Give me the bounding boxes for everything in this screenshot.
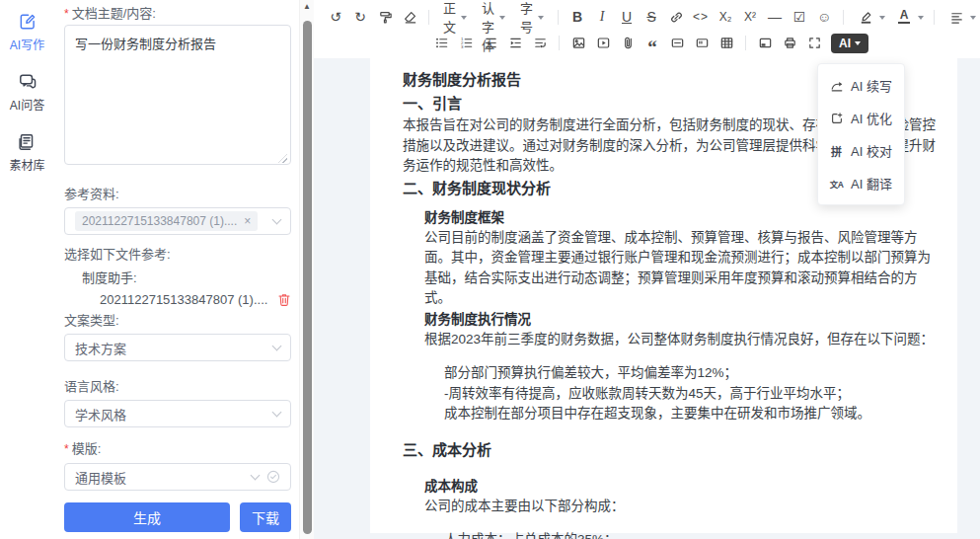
download-button[interactable]: 下载 [240,502,291,532]
menu-item-ai-continue[interactable]: AI 续写 [818,69,904,102]
ai-write-icon [18,12,38,32]
generate-button[interactable]: 生成 [64,502,230,532]
video-icon[interactable] [591,33,615,54]
fullscreen-icon[interactable] [802,33,826,54]
divider-block-icon[interactable] [665,33,689,54]
doc-block: 人力成本：占总成本的35%； [444,530,938,539]
tag-close-icon[interactable]: × [244,214,251,228]
superscript-icon[interactable]: X² [738,6,762,28]
doc-block: -周转效率有待提高，应收账款周转天数为45天，高于行业平均水平； [444,384,938,405]
caret-down-icon [879,16,885,20]
template-value: 通用模板 [75,468,126,487]
outdent-icon[interactable] [479,33,502,54]
format-painter-icon[interactable] [373,6,397,28]
font-color-icon: A [892,6,916,28]
subscript-icon[interactable]: X₂ [714,6,737,28]
editor-area: ↺ ↻ 正文 默认字体 字号 B I U S [314,0,980,539]
template-select[interactable]: 通用模板 [64,463,291,491]
doc-block: 成本控制在部分项目中存在超支现象，主要集中在研发和市场推广领域。 [444,404,938,424]
menu-item-ai-translate[interactable]: 文A AI 翻译 [818,167,904,199]
selected-file-name: 2021122715133847807 (1).... [100,292,267,307]
lang-style-select[interactable]: 学术风格 [64,400,291,427]
nav-item-label: AI写作 [10,36,44,52]
caret-down-icon [970,16,976,20]
redo-icon[interactable]: ↻ [348,6,372,28]
menu-item-label: AI 优化 [851,109,892,127]
ai-qa-icon [18,72,38,92]
font-color-select[interactable]: A [889,6,927,28]
code-block-icon[interactable] [690,33,714,54]
doc-block: 财务制度框架 [424,207,938,228]
caret-down-icon [499,16,505,20]
topic-textarea-wrap: 写一份财务制度分析报告 [64,22,291,169]
scrollbar-thumb[interactable] [303,21,312,534]
menu-item-ai-optimize[interactable]: AI 优化 [818,102,904,134]
caret-down-icon [461,16,467,20]
ai-menu-button[interactable]: AI [831,34,868,53]
horizontal-rule-icon[interactable]: — [763,6,787,28]
reference-select[interactable]: 2021122715133847807 (1).... × [64,207,291,235]
blockquote-icon[interactable]: “ [641,33,664,54]
chevron-down-icon [272,342,282,351]
toolbar-divider [745,36,746,50]
caret-down-icon [918,16,924,20]
topic-input[interactable]: 写一份财务制度分析报告 [64,25,291,165]
underline-icon[interactable]: U [615,6,639,28]
app-nav-rail: AI写作 AI问答 素材库 [0,0,54,539]
toolbar-divider [843,10,844,25]
caret-down-icon [538,16,544,20]
caret-down-icon [855,41,861,45]
chevron-down-icon [272,215,282,225]
lang-style-label: 语言风格: [64,379,291,394]
link-icon[interactable] [664,6,688,28]
nav-item-ai-qa[interactable]: AI问答 [10,72,44,113]
line-wrap-icon[interactable] [528,33,552,54]
required-asterisk: * [64,442,69,456]
reference-file-tag: 2021122715133847807 (1).... × [75,211,258,231]
selected-file-row: 2021122715133847807 (1).... [100,292,291,307]
indent-icon[interactable] [503,33,527,54]
svg-text:3: 3 [460,44,463,49]
delete-file-icon[interactable] [277,292,291,307]
highlight-color-select[interactable] [851,6,888,28]
doc-block: 成本构成 [424,476,938,497]
scroll-up-arrow-icon[interactable]: ▲ [300,2,314,11]
toolbar-divider [428,10,429,25]
toolbar-row-2: 123 “ [324,31,974,55]
assistant-name: 制度助手: [82,268,291,286]
image-icon[interactable] [566,33,590,54]
nav-item-material-library[interactable]: 素材库 [9,132,44,173]
doc-block: 三、成本分析 [403,438,938,462]
doc-block: 公司的成本主要由以下部分构成： [424,497,938,517]
highlight-pen-icon [854,6,877,28]
doc-block: 部分部门预算执行偏差较大，平均偏差率为12%； [444,363,938,384]
emoji-icon[interactable]: ☺ [812,6,836,28]
task-list-icon[interactable]: ☑ [788,6,811,28]
undo-icon[interactable]: ↺ [324,6,347,28]
lang-style-value: 学术风格 [75,405,126,424]
panel-scrollbar[interactable]: ▲ [299,0,314,539]
menu-item-ai-proofread[interactable]: 拼 AI 校对 [818,134,904,167]
form-actions: 生成 下载 [64,502,291,532]
bold-icon[interactable]: B [565,6,589,28]
reference-file-tag-text: 2021122715133847807 (1).... [82,214,237,228]
menu-item-label: AI 续写 [851,76,892,95]
attachment-icon[interactable] [616,33,640,54]
strikethrough-icon[interactable]: S [640,6,663,28]
italic-icon[interactable]: I [590,6,614,28]
doc-type-select[interactable]: 技术方案 [64,334,291,361]
table-icon[interactable] [715,33,738,54]
ordered-list-icon[interactable]: 123 [454,33,478,54]
print-icon[interactable] [778,33,801,54]
clear-format-icon[interactable] [398,6,421,28]
layout-icon[interactable] [753,33,777,54]
inline-code-icon[interactable]: <> [689,6,713,28]
nav-item-ai-writing[interactable]: AI写作 [10,12,44,52]
alignment-select[interactable] [942,6,979,28]
bullet-list-icon[interactable] [429,33,453,54]
doc-block: 公司目前的制度涵盖了资金管理、成本控制、预算管理、核算与报告、风险管理等方面。其… [424,228,938,309]
editor-toolbar: ↺ ↻ 正文 默认字体 字号 B I U S [314,0,980,58]
ai-optimize-icon [829,111,844,125]
material-library-icon [17,132,37,152]
nav-item-label: 素材库 [9,156,44,173]
